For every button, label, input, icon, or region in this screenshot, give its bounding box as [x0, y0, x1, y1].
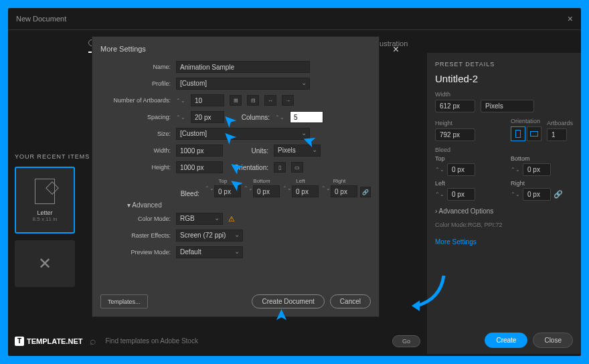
annotation-arrow — [410, 272, 450, 312]
columns-input[interactable] — [290, 111, 323, 123]
bleed-bottom-label: Bottom — [511, 155, 573, 162]
columns-label: Columns: — [230, 114, 270, 121]
search-input[interactable] — [103, 335, 386, 347]
colormode-select[interactable]: RGB — [176, 213, 223, 225]
color-mode-text: Color Mode:RGB, PPI:72 — [435, 221, 573, 228]
artboards-label: Number of Artboards: — [100, 97, 171, 104]
more-settings-link[interactable]: More Settings — [435, 238, 573, 246]
orientation-label: Orientation — [511, 118, 541, 124]
profile-label: Profile: — [100, 80, 171, 87]
stepper-icon[interactable]: ⌃⌄ — [435, 191, 444, 197]
advanced-options-toggle[interactable]: › Advanced Options — [435, 207, 573, 215]
raster-label: Raster Effects: — [100, 232, 171, 239]
cancel-button[interactable]: Cancel — [330, 294, 371, 308]
bleed-label: Bleed: — [176, 190, 199, 197]
preset-card-letter[interactable]: Letter 8.5 x 11 in — [15, 167, 75, 234]
spacing-label: Spacing: — [100, 114, 171, 120]
width-label: Width — [435, 91, 573, 98]
arrange-icon[interactable]: ↔ — [264, 95, 276, 106]
svg-marker-0 — [412, 300, 420, 311]
grid-by-col-icon[interactable]: ⊟ — [247, 95, 259, 106]
height-label: Height — [435, 120, 505, 126]
unit-select[interactable]: Pixels — [481, 100, 534, 112]
link-icon[interactable]: 🔗 — [554, 190, 563, 199]
size-select[interactable]: [Custom] — [176, 128, 310, 140]
stepper-icon[interactable]: ⌃⌄ — [511, 191, 520, 197]
modal-title: More Settings — [100, 45, 371, 53]
advanced-toggle[interactable]: ▾ Advanced — [127, 201, 371, 209]
landscape-icon[interactable]: ▭ — [291, 162, 303, 173]
height-label: Height: — [100, 164, 171, 171]
bleed-left-input[interactable]: 0 px — [447, 188, 475, 201]
width-label: Width: — [100, 147, 171, 154]
bleed-right-label: Right — [333, 178, 346, 184]
template-logo: TTEMPLATE.NET — [15, 337, 83, 346]
bleed-bottom-input[interactable] — [253, 185, 280, 197]
bleed-left-input[interactable] — [292, 185, 319, 197]
stepper-icon[interactable]: ⌃⌄ — [511, 167, 520, 173]
bleed-label: Bleed — [435, 147, 573, 153]
create-button[interactable]: Create — [485, 333, 527, 348]
bleed-top-label: Top — [435, 155, 497, 162]
stepper-icon[interactable]: ⌃⌄ — [435, 167, 444, 173]
create-document-button[interactable]: Create Document — [252, 294, 324, 308]
go-button[interactable]: Go — [392, 335, 420, 347]
bleed-right-label: Right — [511, 180, 573, 187]
name-input[interactable] — [176, 61, 310, 73]
arrange-rtl-icon[interactable]: → — [282, 95, 294, 106]
bleed-bottom-label: Bottom — [253, 178, 270, 184]
titlebar: New Document × — [8, 8, 581, 30]
orientation-label: Orientation: — [228, 164, 268, 171]
height-input[interactable]: 792 px — [435, 128, 475, 141]
document-name[interactable]: Untitled-2 — [435, 73, 573, 84]
bleed-top-input[interactable]: 0 px — [447, 163, 475, 176]
close-icon[interactable]: × — [568, 13, 573, 24]
close-button[interactable]: Close — [533, 333, 573, 348]
width-input[interactable]: 612 px — [435, 100, 475, 112]
preview-select[interactable]: Default — [176, 246, 243, 258]
warning-icon: ⚠ — [228, 215, 235, 223]
bleed-top-input[interactable] — [214, 185, 241, 197]
size-label: Size: — [100, 130, 171, 137]
preset-dimensions: 8.5 x 11 in — [33, 216, 58, 222]
units-select[interactable]: Pixels — [274, 145, 321, 157]
spacing-input[interactable] — [191, 111, 224, 123]
profile-select[interactable]: [Custom] — [176, 78, 310, 90]
x-icon: ✕ — [38, 254, 52, 273]
templates-button[interactable]: Templates... — [100, 294, 148, 308]
artboards-input[interactable] — [191, 94, 224, 106]
more-settings-modal: More Settings × Name: Profile:[Custom] N… — [92, 36, 380, 317]
height-input[interactable] — [176, 161, 223, 173]
units-label: Units: — [228, 147, 268, 155]
link-bleed-icon[interactable]: 🔗 — [360, 187, 371, 197]
portrait-icon[interactable]: ▯ — [274, 162, 286, 173]
width-input[interactable] — [176, 145, 223, 157]
bleed-left-label: Left — [435, 180, 497, 187]
search-icon: ⌕ — [90, 335, 96, 347]
portrait-button[interactable] — [511, 126, 525, 141]
window-title: New Document — [16, 15, 66, 23]
modal-close-icon[interactable]: × — [393, 43, 399, 56]
bleed-bottom-input[interactable]: 0 px — [523, 163, 551, 176]
name-label: Name: — [100, 64, 171, 70]
preset-card-2[interactable]: ✕ — [15, 240, 75, 287]
bleed-right-input[interactable] — [331, 185, 357, 197]
bleed-right-input[interactable]: 0 px — [523, 188, 551, 201]
preview-label: Preview Mode: — [100, 249, 171, 256]
bleed-top-label: Top — [219, 178, 228, 184]
preset-name: Letter — [37, 209, 52, 216]
artboards-input[interactable]: 1 — [547, 128, 567, 141]
preset-details-header: PRESET DETAILS — [435, 61, 573, 68]
landscape-button[interactable] — [527, 126, 541, 141]
bleed-left-label: Left — [296, 178, 305, 184]
grid-by-row-icon[interactable]: ⊞ — [230, 95, 242, 106]
document-icon — [35, 179, 55, 204]
colormode-label: Color Mode: — [100, 215, 171, 222]
artboards-label: Artboards — [547, 120, 573, 126]
raster-select[interactable]: Screen (72 ppi) — [176, 230, 243, 242]
